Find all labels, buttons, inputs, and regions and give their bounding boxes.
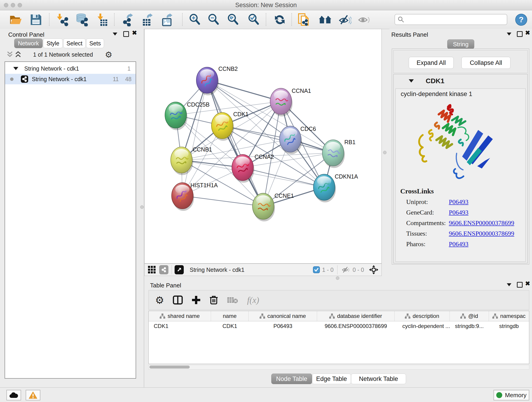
hide-selection-icon[interactable] bbox=[338, 13, 351, 26]
zoom-in-icon[interactable] bbox=[188, 13, 202, 26]
import-table-icon[interactable] bbox=[95, 13, 108, 26]
cell-namespace[interactable]: stringdb bbox=[489, 323, 529, 329]
tab-network-table[interactable]: Network Table bbox=[351, 374, 406, 384]
network-node-ccna2[interactable] bbox=[232, 154, 254, 183]
new-network-from-selection-icon[interactable] bbox=[297, 13, 310, 26]
network-node-ccne1[interactable] bbox=[253, 193, 275, 221]
expand-all-networks-icon[interactable] bbox=[6, 51, 14, 58]
toolbar-search[interactable] bbox=[394, 14, 507, 25]
import-network-file-icon[interactable] bbox=[56, 13, 69, 26]
selected-checkbox-icon[interactable] bbox=[313, 266, 320, 273]
network-view-canvas[interactable]: CCNB2CCNA1CDC25BCDK1CDC6RB1CCNB1CCNA2CDK… bbox=[144, 29, 382, 264]
tab-string[interactable]: String bbox=[447, 39, 474, 49]
export-table-icon[interactable] bbox=[140, 13, 153, 26]
column-description[interactable]: description bbox=[394, 311, 450, 321]
expand-all-button[interactable]: Expand All bbox=[409, 57, 454, 69]
zoom-selected-icon[interactable] bbox=[247, 13, 260, 26]
column-id[interactable]: @id bbox=[450, 311, 489, 321]
first-neighbors-icon[interactable] bbox=[318, 13, 332, 26]
delete-row-icon[interactable] bbox=[209, 295, 218, 305]
zoom-out-icon[interactable] bbox=[207, 13, 220, 26]
right-splitter-grip[interactable] bbox=[383, 151, 386, 154]
bottom-splitter-grip[interactable] bbox=[336, 276, 339, 280]
cell-shared-name[interactable]: CDK1 bbox=[149, 323, 211, 329]
cloud-button[interactable] bbox=[6, 390, 21, 400]
tab-style[interactable]: Style bbox=[43, 38, 63, 48]
collapse-all-button[interactable]: Collapse All bbox=[462, 57, 510, 69]
control-panel-float-icon[interactable] bbox=[123, 31, 129, 37]
tab-network[interactable]: Network bbox=[14, 38, 43, 48]
column-database-identifier[interactable]: database identifier bbox=[317, 311, 394, 321]
hidden-eye-icon[interactable] bbox=[341, 266, 350, 274]
collapse-all-networks-icon[interactable] bbox=[14, 51, 22, 58]
cell-id[interactable]: stringdb:9... bbox=[450, 323, 489, 329]
network-row-selected[interactable]: String Network - cdk1 11 48 bbox=[5, 74, 136, 84]
show-all-icon[interactable] bbox=[357, 13, 371, 26]
crosslink-compartments[interactable]: 9606.ENSP00000378699 bbox=[449, 219, 514, 227]
column-name[interactable]: name bbox=[211, 311, 249, 321]
crosslink-pharos[interactable]: P06493 bbox=[449, 240, 469, 248]
search-input[interactable] bbox=[404, 16, 507, 23]
network-options-gear-icon[interactable]: ⚙ bbox=[105, 50, 112, 60]
show-columns-icon[interactable] bbox=[173, 295, 183, 305]
tab-node-table[interactable]: Node Table bbox=[271, 374, 312, 384]
results-panel-close-icon[interactable]: ✖ bbox=[525, 31, 530, 35]
refresh-view-icon[interactable] bbox=[273, 13, 286, 26]
column-namespace[interactable]: namespac bbox=[489, 311, 529, 321]
table-panel-menu-icon[interactable] bbox=[507, 283, 511, 286]
export-network-icon[interactable] bbox=[120, 13, 133, 26]
network-node-cdc6[interactable] bbox=[279, 126, 302, 154]
help-icon[interactable]: ? bbox=[515, 13, 528, 26]
memory-button[interactable]: Memory bbox=[494, 390, 529, 400]
cell-database-identifier[interactable]: 9606.ENSP00000378699 bbox=[317, 323, 394, 329]
scrollbar-thumb[interactable] bbox=[149, 366, 190, 369]
crosslink-tissues[interactable]: 9606.ENSP00000378699 bbox=[449, 230, 514, 237]
cell-description[interactable]: cyclin-dependent ... bbox=[394, 323, 450, 329]
results-panel-float-icon[interactable] bbox=[517, 31, 523, 37]
share-network-icon[interactable] bbox=[159, 265, 168, 274]
table-panel-float-icon[interactable] bbox=[517, 282, 523, 288]
table-row[interactable]: CDK1 CDK1 P06493 9606.ENSP00000378699 cy… bbox=[149, 321, 529, 331]
open-session-icon[interactable] bbox=[9, 13, 22, 26]
network-node-rb1[interactable] bbox=[322, 140, 345, 168]
import-network-database-icon[interactable] bbox=[75, 13, 88, 26]
add-row-icon[interactable] bbox=[191, 295, 201, 305]
collection-caret-icon[interactable] bbox=[13, 67, 18, 70]
results-panel-menu-icon[interactable] bbox=[507, 32, 511, 36]
function-builder-icon: f(x) bbox=[247, 295, 259, 305]
network-node-ccnb1[interactable] bbox=[171, 147, 193, 175]
cell-canonical-name[interactable]: P06493 bbox=[249, 323, 317, 329]
save-session-icon[interactable] bbox=[29, 13, 43, 26]
network-edge[interactable] bbox=[182, 80, 207, 196]
zoom-fit-icon[interactable] bbox=[227, 13, 240, 26]
column-shared-name[interactable]: shared name bbox=[149, 311, 211, 321]
crosslink-uniprot[interactable]: P06493 bbox=[449, 198, 469, 206]
crosslink-label: Uniprot: bbox=[400, 198, 449, 206]
tab-select[interactable]: Select bbox=[63, 38, 86, 48]
control-panel-menu-icon[interactable] bbox=[113, 32, 117, 36]
grid-icon[interactable] bbox=[147, 265, 157, 274]
export-image-icon[interactable] bbox=[160, 13, 174, 26]
cell-name[interactable]: CDK1 bbox=[211, 323, 249, 329]
network-node-ccna1[interactable] bbox=[270, 88, 293, 116]
network-node-ccnb2[interactable] bbox=[196, 67, 219, 95]
network-collection-row[interactable]: String Network - cdk1 1 bbox=[5, 63, 136, 74]
network-edge[interactable] bbox=[182, 196, 263, 206]
crosslink-genecard[interactable]: P06493 bbox=[449, 209, 469, 216]
network-node-cdkn1a[interactable] bbox=[313, 174, 336, 202]
tab-sets[interactable]: Sets bbox=[86, 38, 104, 48]
control-panel-close-icon[interactable]: ✖ bbox=[132, 31, 137, 35]
table-panel-close-icon[interactable]: ✖ bbox=[525, 281, 530, 286]
table-gear-icon[interactable]: ⚙ bbox=[155, 294, 164, 306]
table-horizontal-scrollbar[interactable] bbox=[148, 365, 529, 370]
warning-button[interactable] bbox=[26, 390, 40, 400]
column-canonical-name[interactable]: canonical name bbox=[249, 311, 317, 321]
entry-caret-icon[interactable] bbox=[409, 79, 414, 83]
entry-name[interactable]: CDK1 bbox=[426, 77, 444, 85]
birds-eye-view-icon[interactable] bbox=[369, 265, 378, 274]
open-in-new-window-icon[interactable] bbox=[175, 265, 184, 274]
network-node-cdk1[interactable] bbox=[211, 113, 234, 141]
tab-edge-table[interactable]: Edge Table bbox=[312, 374, 351, 384]
left-splitter-grip[interactable] bbox=[140, 205, 144, 209]
entry-details: cyclin-dependent kinase 1 bbox=[395, 89, 526, 262]
